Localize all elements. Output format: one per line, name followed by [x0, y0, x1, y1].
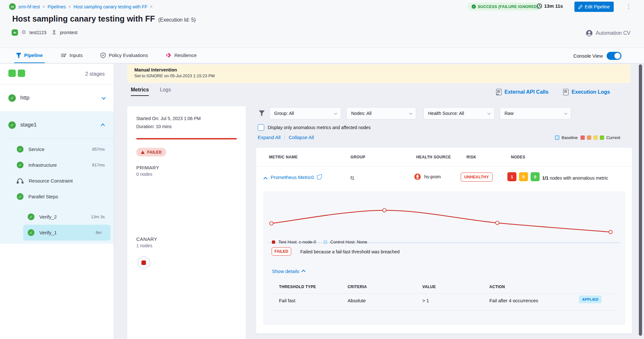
step-label: Resource Constraint: [29, 178, 105, 184]
failed-badge: FAILED: [272, 247, 291, 256]
col-value: VALUE: [422, 285, 436, 289]
divider: [284, 135, 285, 140]
collapse-all-link[interactable]: Collapse All: [289, 135, 314, 140]
tab-pipeline[interactable]: Pipeline: [14, 48, 45, 63]
elapsed-time: 13m 11s: [537, 3, 563, 9]
chevron-down-icon: [102, 95, 106, 99]
resilience-icon: [166, 52, 171, 58]
control-host-swatch: [324, 240, 327, 244]
step-duration: 617ms: [92, 163, 105, 167]
service-name[interactable]: test1123: [29, 30, 46, 35]
tab-policy-evaluations[interactable]: Policy Evaluations: [99, 48, 150, 63]
anomalous-only-label: Display only anomalous metrics and affec…: [268, 125, 371, 130]
collapse-metric-chevron-icon[interactable]: [264, 177, 268, 181]
breadcrumb-project[interactable]: srm-hf-test: [18, 4, 40, 9]
control-host-legend: Control Host: None: [330, 240, 367, 244]
nodes-filter-dropdown[interactable]: Nodes: All: [346, 107, 416, 119]
external-api-calls-link[interactable]: External API Calls: [496, 89, 548, 95]
sidebar-stage-stage1[interactable]: ✓ stage1: [0, 111, 114, 138]
current-red-swatch: [581, 136, 585, 140]
execution-logs-link[interactable]: Execution Logs: [563, 89, 610, 95]
tab-logs[interactable]: Logs: [160, 87, 171, 96]
threshold-type-value: Fail fast: [279, 298, 295, 303]
verify-step-tabs: Metrics Logs: [131, 87, 171, 96]
duration: Duration: 10 mins: [136, 124, 237, 129]
node-count-green-chip: 0: [531, 172, 540, 181]
environment-name[interactable]: promtest: [60, 30, 77, 35]
current-orange-swatch: [587, 136, 591, 140]
anomalous-only-checkbox[interactable]: [258, 124, 264, 131]
tab-resilience-label: Resilience: [174, 52, 197, 58]
sidebar-step-verify2[interactable]: ✓ Verify_2 13m 3s: [0, 209, 114, 225]
anomalous-nodes-text: nodes with anomalous metric: [550, 175, 608, 181]
console-view-toggle[interactable]: [607, 52, 621, 60]
environment-icon: [52, 30, 57, 35]
breadcrumb-separator: >: [43, 4, 45, 9]
data-point-marker: [383, 209, 386, 212]
status-badge: ✓ SUCCESS (FAILURE IGNORED): [468, 3, 542, 11]
tab-policy-evaluations-label: Policy Evaluations: [109, 52, 148, 58]
clock-icon: [537, 3, 542, 9]
col-action: ACTION: [489, 285, 505, 289]
data-point-marker: [609, 230, 612, 234]
sidebar-step-verify1[interactable]: ✓ Verify_1 9m: [23, 225, 111, 240]
sidebar-step-service[interactable]: ✓ Service 857ms: [0, 141, 114, 157]
metric-group-value: f1: [351, 175, 354, 181]
metric-row: Prometheus Metric0 f1 hs-prom UNHEALTHY …: [256, 166, 632, 189]
stages-sidebar: 2 stages ✓ http ✓ stage1 ✓ Service 857ms…: [0, 64, 114, 339]
user-avatar-icon: [586, 30, 593, 37]
toggle-knob: [614, 53, 620, 59]
failed-message: Failed because a fail-fast threshold was…: [300, 249, 399, 254]
metric-name-link[interactable]: Prometheus Metric0: [271, 174, 321, 180]
gear-icon: ⚙: [21, 29, 26, 36]
stages-summary: 2 stages: [0, 64, 114, 84]
sidebar-stage-http[interactable]: ✓ http: [0, 84, 114, 111]
chevron-up-icon: [101, 123, 105, 127]
execution-id: (Execution Id: 5): [158, 17, 196, 23]
edit-pipeline-button[interactable]: Edit Pipeline: [574, 2, 614, 12]
canary-label: CANARY: [136, 236, 237, 242]
tab-inputs[interactable]: Inputs: [59, 48, 85, 63]
inputs-icon: [61, 53, 67, 58]
success-check-icon: ✓: [17, 162, 24, 168]
more-options-icon[interactable]: ⋮: [626, 3, 632, 10]
sidebar-step-resource-constraint[interactable]: Resource Constraint: [0, 173, 114, 189]
vertical-scrollbar[interactable]: [639, 64, 642, 336]
tab-inputs-label: Inputs: [70, 52, 83, 58]
verification-progress-bar: [136, 138, 237, 139]
external-link-icon: [317, 175, 321, 179]
primary-label: PRIMARY: [136, 165, 237, 170]
health-source-filter-dropdown[interactable]: Health Source: All: [423, 107, 495, 119]
log-links: External API Calls Execution Logs: [496, 89, 610, 95]
group-filter-dropdown[interactable]: Group: All: [269, 107, 341, 119]
current-legend-label: Current: [606, 135, 620, 140]
col-criteria: CRITERIA: [348, 285, 367, 289]
view-mode-dropdown[interactable]: Raw: [500, 107, 571, 119]
breadcrumb-pipeline-name[interactable]: Host sampling canary testing with FF: [73, 4, 148, 9]
group-filter-value: Group: All: [274, 111, 294, 116]
step-label: Infrastructure: [28, 162, 87, 168]
console-view-label: Console View: [573, 53, 603, 59]
canary-node-hexagon[interactable]: [136, 255, 237, 271]
expand-all-link[interactable]: Expand All: [258, 135, 281, 140]
col-metric-name: METRIC NAME: [269, 155, 298, 159]
show-details-link[interactable]: Show details: [272, 268, 305, 274]
metrics-card: METRIC NAME GROUP HEALTH SOURCE RISK NOD…: [256, 148, 632, 334]
banner-subtitle: Set to IGNORE on 05-Jul-2023 1:15:23 PM: [134, 73, 623, 78]
canary-node-count: 1 nodes: [136, 243, 237, 248]
sidebar-step-infrastructure[interactable]: ✓ Infrastructure 617ms: [0, 157, 114, 173]
baseline-legend-label: Baseline: [562, 135, 578, 140]
anomalous-nodes-ratio: 1/1: [542, 175, 548, 181]
anomalous-nodes-summary: 1/1 nodes with anomalous metric: [542, 175, 608, 181]
execution-title: Host sampling canary testing with FF: [12, 14, 155, 23]
filter-funnel-icon[interactable]: [258, 110, 265, 117]
edit-pipeline-label: Edit Pipeline: [585, 4, 610, 9]
sidebar-step-parallel-steps[interactable]: ✓ Parallel Steps: [0, 189, 114, 204]
success-check-icon: ✓: [8, 94, 16, 102]
tab-resilience[interactable]: Resilience: [164, 48, 198, 63]
nodes-filter-value: Nodes: All: [351, 111, 371, 116]
current-green-swatch: [600, 136, 604, 140]
tab-metrics[interactable]: Metrics: [131, 87, 149, 96]
breadcrumb-pipelines[interactable]: Pipelines: [47, 4, 66, 9]
warning-triangle-icon: [141, 151, 145, 154]
